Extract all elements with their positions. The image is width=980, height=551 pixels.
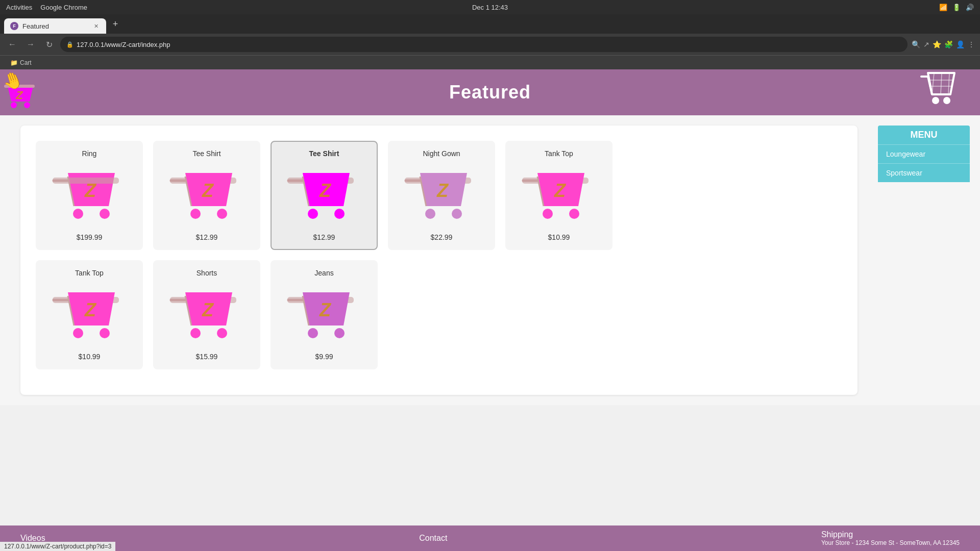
- menu-dots-icon[interactable]: ⋮: [968, 40, 975, 48]
- address-bar[interactable]: 🔒 127.0.0.1/www/Z-cart/index.php: [60, 37, 908, 52]
- product-name: Tee Shirt: [309, 149, 339, 158]
- svg-point-62: [190, 328, 201, 338]
- menu-item-loungewear[interactable]: Loungewear: [878, 144, 970, 163]
- product-tank-top-2[interactable]: Tank Top Z $10: [36, 260, 143, 369]
- product-price: $15.99: [196, 353, 218, 361]
- footer-address: Your Store - 1234 Some St - SomeTown, AA…: [821, 539, 960, 546]
- bookmark-icon[interactable]: ⭐: [933, 40, 941, 48]
- product-name: Night Gown: [423, 149, 460, 158]
- svg-point-55: [73, 328, 83, 338]
- products-grid: Ring Z $199.99: [20, 126, 857, 395]
- svg-text:Z: Z: [84, 299, 97, 320]
- activities-label[interactable]: Activities: [6, 4, 32, 11]
- products-section: Ring Z $199.99: [0, 115, 878, 405]
- site-footer: Videos Contact Shipping Your Store - 123…: [0, 525, 980, 551]
- svg-text:Z: Z: [202, 299, 214, 320]
- svg-point-20: [100, 209, 110, 219]
- extensions-icon[interactable]: 🧩: [944, 40, 953, 48]
- os-bar-right: 📶 🔋 🔊: [939, 4, 974, 11]
- product-image: Z: [163, 282, 250, 348]
- footer-contact[interactable]: Contact: [419, 534, 447, 543]
- product-price: $12.99: [196, 233, 218, 241]
- product-image: Z: [46, 282, 133, 348]
- active-tab[interactable]: F Featured ✕: [4, 18, 106, 34]
- svg-text:Z: Z: [436, 180, 449, 201]
- search-icon[interactable]: 🔍: [912, 40, 920, 48]
- content-wrapper: Ring Z $199.99: [0, 115, 980, 405]
- os-bar: Activities Google Chrome Dec 1 12:43 📶 🔋…: [0, 0, 980, 14]
- product-name: Tank Top: [545, 149, 573, 158]
- status-url: 127.0.0.1/www/Z-cart/product.php?id=3: [4, 543, 111, 550]
- tab-title: Featured: [22, 22, 49, 30]
- new-tab-button[interactable]: +: [108, 17, 122, 31]
- product-image: Z: [163, 163, 250, 229]
- product-image: Z: [281, 163, 368, 229]
- product-jeans[interactable]: Jeans Z $9.99: [271, 260, 378, 369]
- product-name: Tee Shirt: [192, 149, 220, 158]
- toolbar-icons: 🔍 ↗ ⭐ 🧩 👤 ⋮: [912, 40, 975, 48]
- product-price: $22.99: [431, 233, 453, 241]
- svg-point-28: [217, 209, 227, 219]
- product-name: Shorts: [197, 269, 217, 277]
- svg-text:Z: Z: [15, 89, 23, 102]
- product-price: $9.99: [315, 353, 333, 361]
- status-bar: 127.0.0.1/www/Z-cart/product.php?id=3: [0, 542, 115, 551]
- svg-text:Z: Z: [319, 180, 332, 201]
- svg-point-9: [943, 97, 950, 104]
- products-row-1: Ring Z $199.99: [36, 141, 842, 250]
- menu-item-sportswear[interactable]: Sportswear: [878, 163, 970, 182]
- bookmark-label: Cart: [20, 59, 32, 66]
- menu-title: MENU: [878, 126, 970, 144]
- svg-line-12: [948, 73, 949, 94]
- site-logo[interactable]: 🤚 Z: [0, 73, 43, 112]
- tab-favicon: F: [10, 22, 18, 30]
- product-name: Tank Top: [75, 269, 104, 277]
- product-name: Ring: [82, 149, 97, 158]
- menu-sidebar: MENU Loungewear Sportswear: [878, 126, 970, 405]
- browser-label[interactable]: Google Chrome: [40, 4, 87, 11]
- folder-icon: 📁: [10, 59, 18, 66]
- product-image: Z: [46, 163, 133, 229]
- lock-icon: 🔒: [66, 41, 74, 48]
- back-button[interactable]: ←: [5, 37, 19, 52]
- svg-point-63: [217, 328, 227, 338]
- svg-text:Z: Z: [554, 180, 567, 201]
- product-tee-shirt-1[interactable]: Tee Shirt Z $1: [153, 141, 260, 250]
- svg-line-10: [932, 73, 934, 94]
- site-title: Featured: [449, 82, 531, 103]
- svg-point-34: [308, 209, 318, 219]
- bookmark-cart[interactable]: 📁 Cart: [6, 59, 36, 66]
- shipping-label[interactable]: Shipping: [821, 530, 960, 539]
- battery-icon: 🔋: [952, 4, 961, 11]
- svg-point-70: [334, 328, 345, 338]
- bookmark-bar: 📁 Cart: [0, 55, 980, 69]
- product-tank-top-1[interactable]: Tank Top Z $10: [505, 141, 612, 250]
- svg-text:Z: Z: [202, 180, 214, 201]
- product-name: Jeans: [314, 269, 333, 277]
- product-shorts[interactable]: Shorts Z $15.9: [153, 260, 260, 369]
- product-price: $199.99: [77, 233, 103, 241]
- svg-point-42: [452, 209, 462, 219]
- forward-button[interactable]: →: [23, 37, 38, 52]
- header-cart-icon[interactable]: [919, 69, 965, 116]
- tab-close-button[interactable]: ✕: [92, 22, 100, 30]
- svg-point-35: [334, 209, 345, 219]
- product-price: $10.99: [79, 353, 101, 361]
- share-icon[interactable]: ↗: [923, 40, 929, 48]
- site-header: 🤚 Z Featured: [0, 69, 980, 115]
- profile-icon[interactable]: 👤: [956, 40, 965, 48]
- svg-point-56: [100, 328, 110, 338]
- svg-point-8: [932, 97, 939, 104]
- product-ring[interactable]: Ring Z $199.99: [36, 141, 143, 250]
- product-night-gown[interactable]: Night Gown Z $: [388, 141, 495, 250]
- reload-button[interactable]: ↻: [42, 37, 56, 52]
- svg-line-11: [941, 73, 942, 94]
- footer-shipping: Shipping Your Store - 1234 Some St - Som…: [821, 530, 960, 546]
- os-datetime: Dec 1 12:43: [472, 4, 508, 11]
- product-tee-shirt-2[interactable]: Tee Shirt Z $1: [271, 141, 378, 250]
- wifi-icon: 📶: [939, 4, 947, 11]
- browser-tabs: F Featured ✕ +: [0, 14, 980, 34]
- volume-icon: 🔊: [966, 4, 974, 11]
- page-content: 🤚 Z Featured: [0, 69, 980, 405]
- svg-point-48: [543, 209, 553, 219]
